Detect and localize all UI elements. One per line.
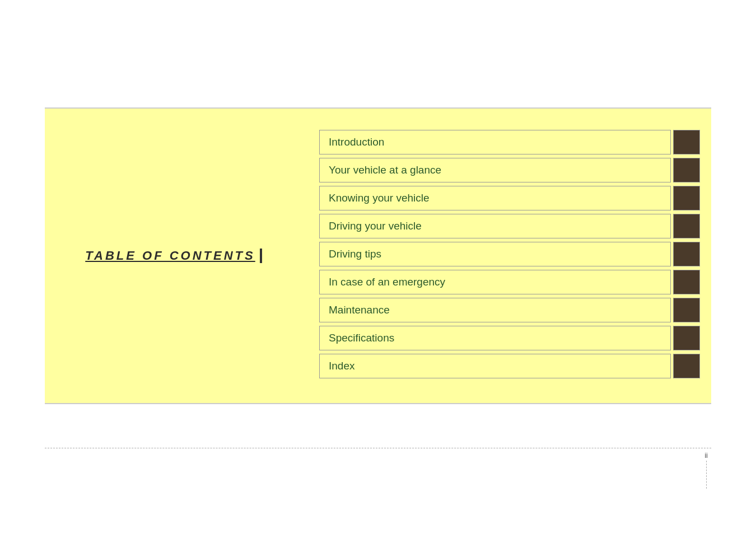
toc-item-knowing-vehicle[interactable]: Knowing your vehicle bbox=[319, 186, 671, 210]
toc-row-maintenance[interactable]: Maintenance bbox=[319, 298, 700, 322]
toc-row-vehicle-glance[interactable]: Your vehicle at a glance bbox=[319, 158, 700, 182]
toc-color-box-knowing-vehicle bbox=[673, 186, 700, 210]
toc-item-introduction[interactable]: Introduction bbox=[319, 130, 671, 154]
bottom-rule bbox=[45, 403, 711, 404]
toc-color-box-driving-vehicle bbox=[673, 214, 700, 238]
toc-item-driving-tips[interactable]: Driving tips bbox=[319, 242, 671, 266]
toc-items-list: Introduction Your vehicle at a glance Kn… bbox=[302, 113, 711, 399]
toc-label-area: TABLE OF CONTENTS bbox=[45, 249, 302, 263]
toc-color-box-introduction bbox=[673, 130, 700, 154]
page-number: ii bbox=[701, 450, 711, 461]
toc-row-specifications[interactable]: Specifications bbox=[319, 326, 700, 350]
toc-color-box-driving-tips bbox=[673, 242, 700, 266]
page-container: TABLE OF CONTENTS Introduction Your vehi… bbox=[0, 0, 756, 534]
toc-item-index[interactable]: Index bbox=[319, 354, 671, 378]
page-number-vertical-line bbox=[706, 461, 707, 489]
toc-color-box-emergency bbox=[673, 270, 700, 294]
toc-item-driving-vehicle[interactable]: Driving your vehicle bbox=[319, 214, 671, 238]
toc-row-emergency[interactable]: In case of an emergency bbox=[319, 270, 700, 294]
toc-heading: TABLE OF CONTENTS bbox=[85, 249, 262, 263]
toc-color-box-vehicle-glance bbox=[673, 158, 700, 182]
toc-item-emergency[interactable]: In case of an emergency bbox=[319, 270, 671, 294]
toc-item-maintenance[interactable]: Maintenance bbox=[319, 298, 671, 322]
toc-color-box-maintenance bbox=[673, 298, 700, 322]
toc-item-specifications[interactable]: Specifications bbox=[319, 326, 671, 350]
toc-item-vehicle-glance[interactable]: Your vehicle at a glance bbox=[319, 158, 671, 182]
main-content: TABLE OF CONTENTS Introduction Your vehi… bbox=[45, 109, 711, 403]
toc-row-introduction[interactable]: Introduction bbox=[319, 130, 700, 154]
toc-row-driving-tips[interactable]: Driving tips bbox=[319, 242, 700, 266]
toc-row-index[interactable]: Index bbox=[319, 354, 700, 378]
dashed-rule bbox=[45, 448, 711, 448]
toc-row-driving-vehicle[interactable]: Driving your vehicle bbox=[319, 214, 700, 238]
toc-row-knowing-vehicle[interactable]: Knowing your vehicle bbox=[319, 186, 700, 210]
toc-color-box-index bbox=[673, 354, 700, 378]
toc-color-box-specifications bbox=[673, 326, 700, 350]
page-number-area: ii bbox=[701, 450, 711, 489]
